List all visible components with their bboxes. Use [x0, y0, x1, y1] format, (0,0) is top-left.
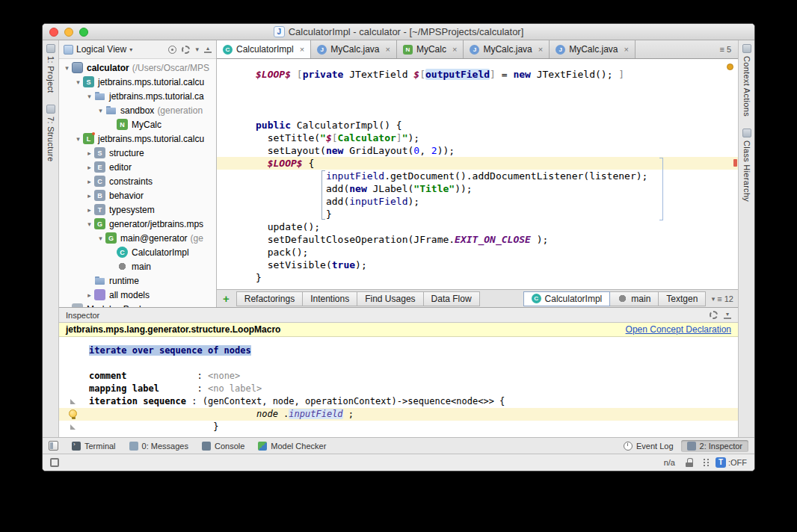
scroll-to-source-icon[interactable]: [168, 46, 176, 54]
close-tab-icon[interactable]: ×: [538, 45, 543, 54]
code-line[interactable]: setVisible(true);: [217, 259, 738, 271]
inspector-line[interactable]: comment : <none>: [59, 370, 738, 383]
inspector-editor[interactable]: iterate over sequence of nodescomment : …: [59, 337, 738, 437]
code-line[interactable]: }: [217, 271, 738, 284]
chevron-down-icon[interactable]: ▾: [129, 46, 132, 53]
expander-icon[interactable]: ▾: [96, 107, 105, 114]
hidden-aspects-button[interactable]: ▾≡12: [712, 294, 733, 303]
view-selector[interactable]: Logical View: [76, 44, 126, 55]
open-concept-declaration-link[interactable]: Open Concept Declaration: [626, 324, 731, 335]
close-tab-icon[interactable]: ×: [386, 45, 390, 54]
tree-item[interactable]: ▸Bbehavior: [59, 188, 216, 202]
caret-position-widget[interactable]: n/a: [664, 458, 675, 467]
editor-tab[interactable]: JMyCalc.java×: [311, 40, 397, 58]
status-grid-icon[interactable]: [704, 459, 705, 460]
expander-icon[interactable]: ▸: [84, 206, 94, 214]
tree-item[interactable]: main: [59, 259, 216, 273]
code-line[interactable]: setLayout(new GridLayout(0, 2));: [217, 144, 738, 157]
tree-item[interactable]: ▸Sstructure: [59, 146, 216, 160]
highlighting-toggle[interactable]: T :OFF: [716, 457, 747, 468]
code-line[interactable]: [217, 81, 738, 93]
tree-item[interactable]: ▾Sjetbrains.mps.tutorial.calcu: [59, 75, 216, 89]
titlebar[interactable]: J CalculatorImpl - calculator - [~/MPSPr…: [43, 24, 754, 40]
intention-bulb-icon[interactable]: [69, 409, 77, 418]
code-line[interactable]: pack();: [217, 246, 738, 259]
close-tab-icon[interactable]: ×: [452, 45, 457, 54]
expander-icon[interactable]: ▾: [96, 235, 105, 242]
tool-button-messages[interactable]: 0: Messages: [123, 440, 194, 452]
hidden-tabs-button[interactable]: ≡5: [713, 40, 738, 58]
tree-item[interactable]: ▸Eeditor: [59, 160, 216, 174]
code-line[interactable]: setDefaultCloseOperation(JFrame.EXIT_ON_…: [217, 233, 738, 246]
tree-item[interactable]: ▾Ggenerator/jetbrains.mps: [59, 217, 216, 231]
tool-button-project[interactable]: 1: Project: [46, 44, 55, 93]
project-tree[interactable]: ▾calculator(/Users/Oscar/MPS▾Sjetbrains.…: [59, 59, 216, 307]
aspect-tab[interactable]: CCalculatorImpl: [523, 291, 611, 306]
settings-gear-icon[interactable]: [710, 311, 718, 319]
close-tab-icon[interactable]: ×: [624, 45, 629, 54]
inspector-line[interactable]: [59, 357, 738, 370]
settings-gear-icon[interactable]: [182, 46, 190, 54]
expander-icon[interactable]: ▾: [73, 78, 83, 86]
inspector-line[interactable]: node .inputField ;: [59, 408, 738, 421]
tool-button-class-hierarchy[interactable]: Class Hierarchy: [742, 129, 751, 202]
aspect-button[interactable]: Find Usages: [357, 291, 423, 306]
code-line[interactable]: setTitle("$[Calculator]");: [217, 132, 738, 144]
inspector-line[interactable]: }: [59, 421, 738, 433]
lock-icon[interactable]: [686, 458, 693, 467]
inspector-line[interactable]: iteration sequence : (genContext, node, …: [59, 395, 738, 408]
tree-item[interactable]: ▾Gmain@generator(ge: [59, 231, 216, 245]
editor-tab[interactable]: JMyCalc.java×: [464, 40, 550, 58]
code-line[interactable]: [217, 93, 738, 106]
editor-tab[interactable]: CCalculatorImpl×: [217, 40, 311, 58]
code-line[interactable]: public CalculatorImpl() {: [217, 119, 738, 132]
tree-item[interactable]: ▾jetbrains.mps.tutorial.ca: [59, 89, 216, 103]
tree-item[interactable]: ▾sandbox(generation: [59, 103, 216, 117]
expander-icon[interactable]: ▸: [84, 178, 94, 185]
inspector-line[interactable]: iterate over sequence of nodes: [59, 344, 738, 357]
error-stripe-mark[interactable]: [733, 159, 737, 167]
expander-icon[interactable]: ▾: [84, 220, 94, 228]
tool-button-context-actions[interactable]: Context Actions: [742, 44, 751, 117]
expander-icon[interactable]: ▸: [84, 291, 94, 299]
tree-item[interactable]: NMyCalc: [59, 117, 216, 132]
tree-item[interactable]: ▸Ttypesystem: [59, 202, 216, 217]
tool-button-console[interactable]: Console: [196, 440, 250, 452]
editor-tab[interactable]: JMyCalc.java×: [550, 40, 636, 58]
inspector-line[interactable]: mapping label : <no label>: [59, 383, 738, 395]
tree-item[interactable]: ▾calculator(/Users/Oscar/MPS: [59, 61, 216, 75]
expander-icon[interactable]: ▾: [84, 93, 94, 100]
toolwindow-list-icon[interactable]: [49, 441, 58, 451]
tree-item[interactable]: ▸Modules Pool: [59, 302, 216, 307]
expander-icon[interactable]: ▸: [84, 164, 94, 171]
code-line[interactable]: update();: [217, 220, 738, 233]
add-aspect-button[interactable]: +: [223, 292, 230, 305]
minimize-window-button[interactable]: [64, 28, 73, 37]
tool-button-event-log[interactable]: Event Log: [618, 440, 680, 452]
aspect-button[interactable]: Data Flow: [423, 291, 480, 306]
expander-icon[interactable]: ▸: [84, 149, 94, 157]
aspect-button[interactable]: Intentions: [302, 291, 357, 306]
aspect-tab[interactable]: Textgen: [658, 291, 706, 306]
aspect-tab[interactable]: main: [609, 291, 659, 306]
expander-icon[interactable]: ▾: [73, 135, 83, 143]
chevron-down-icon[interactable]: ▾: [195, 46, 199, 53]
tool-button-inspector[interactable]: 2: Inspector: [681, 440, 748, 452]
editor[interactable]: $LOOP$ [private JTextField $[outputField…: [217, 59, 738, 289]
tree-item[interactable]: ▾Ljetbrains.mps.tutorial.calcu: [59, 132, 216, 146]
warning-indicator-icon[interactable]: [727, 64, 733, 70]
editor-tab[interactable]: NMyCalc×: [397, 40, 464, 58]
toolwindow-toggle-icon[interactable]: [50, 458, 59, 467]
zoom-window-button[interactable]: [79, 28, 88, 37]
tree-item[interactable]: ▸all models: [59, 288, 216, 302]
collapse-all-icon[interactable]: ▴: [204, 46, 212, 53]
tool-button-model-checker[interactable]: Model Checker: [252, 440, 332, 452]
close-window-button[interactable]: [49, 28, 58, 37]
tool-button-structure[interactable]: 7: Structure: [46, 105, 55, 161]
hide-inspector-icon[interactable]: ▾: [724, 312, 731, 319]
expander-icon[interactable]: ▸: [84, 192, 94, 200]
code-line[interactable]: [217, 106, 738, 119]
tool-button-terminal[interactable]: Terminal: [66, 440, 122, 452]
tree-item[interactable]: runtime: [59, 273, 216, 288]
aspect-button[interactable]: Refactorings: [236, 291, 303, 306]
